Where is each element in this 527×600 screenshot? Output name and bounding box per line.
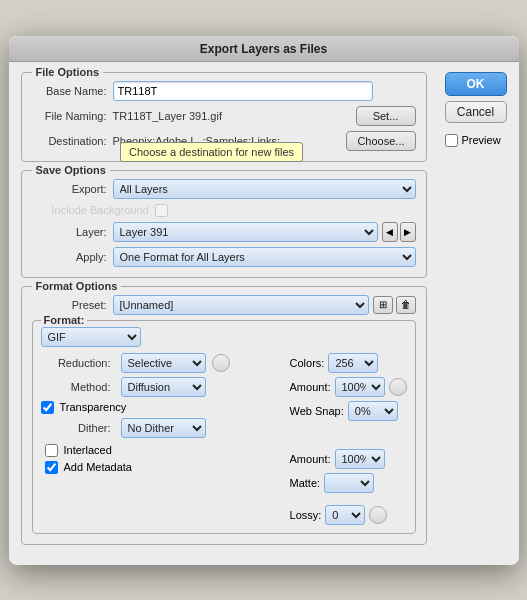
- format-options-label: Format Options: [32, 280, 122, 292]
- matte-row: Matte:: [290, 473, 407, 493]
- side-buttons: OK Cancel Preview: [445, 72, 507, 553]
- interlaced-label: Interlaced: [64, 444, 112, 456]
- export-select[interactable]: All Layers: [113, 179, 416, 199]
- include-bg-label: Include Background: [52, 204, 149, 216]
- interlaced-checkbox[interactable]: [45, 444, 58, 457]
- dither-amount-label: Amount:: [290, 453, 331, 465]
- tooltip: Choose a destination for new files: [120, 142, 303, 162]
- transparency-checkbox[interactable]: [41, 401, 54, 414]
- preset-row: Preset: [Unnamed] ⊞ 🗑: [32, 295, 416, 315]
- preset-delete-button[interactable]: 🗑: [396, 296, 416, 314]
- gif-right-col: Colors: 256 Amount: 100%: [290, 353, 407, 525]
- next-layer-button[interactable]: ▶: [400, 222, 416, 242]
- amount-select[interactable]: 100%: [335, 377, 385, 397]
- file-naming-value: TR118T_Layer 391.gif: [113, 110, 356, 122]
- add-metadata-checkbox[interactable]: [45, 461, 58, 474]
- dither-amount-row: Amount: 100%: [290, 449, 407, 469]
- prev-layer-button[interactable]: ◀: [382, 222, 398, 242]
- preview-label: Preview: [462, 134, 501, 146]
- dither-select[interactable]: No Dither: [121, 418, 206, 438]
- gif-left-col: Reduction: Selective Method: Dif: [41, 353, 278, 525]
- apply-row: Apply: One Format for All Layers: [32, 247, 416, 267]
- choose-button[interactable]: Choose...: [346, 131, 415, 151]
- apply-select[interactable]: One Format for All Layers: [113, 247, 416, 267]
- preset-save-button[interactable]: ⊞: [373, 296, 393, 314]
- colors-row: Colors: 256: [290, 353, 407, 373]
- format-select[interactable]: GIF: [41, 327, 141, 347]
- reduction-label: Reduction:: [41, 357, 111, 369]
- base-name-input[interactable]: [113, 81, 373, 101]
- web-snap-select[interactable]: 0%: [348, 401, 398, 421]
- export-layers-dialog: Export Layers as Files File Options Base…: [9, 36, 519, 565]
- format-options-section: Format Options Preset: [Unnamed] ⊞ 🗑 For…: [21, 286, 427, 545]
- apply-label: Apply:: [32, 251, 107, 263]
- add-metadata-row: Add Metadata: [41, 461, 278, 474]
- layer-select[interactable]: Layer 391: [113, 222, 378, 242]
- gif-options: Reduction: Selective Method: Dif: [41, 353, 407, 525]
- add-metadata-label: Add Metadata: [64, 461, 133, 473]
- save-options-section: Save Options Export: All Layers Include …: [21, 170, 427, 278]
- format-row: GIF: [41, 327, 407, 347]
- base-name-label: Base Name:: [32, 85, 107, 97]
- layer-label: Layer:: [32, 226, 107, 238]
- dither-row: Dither: No Dither: [41, 418, 278, 438]
- file-naming-label: File Naming:: [32, 110, 107, 122]
- reduction-select[interactable]: Selective: [121, 353, 206, 373]
- export-row: Export: All Layers: [32, 179, 416, 199]
- colors-select[interactable]: 256: [328, 353, 378, 373]
- file-options-label: File Options: [32, 66, 104, 78]
- save-options-label: Save Options: [32, 164, 110, 176]
- layer-row: Layer: Layer 391 ◀ ▶: [32, 222, 416, 242]
- dialog-title: Export Layers as Files: [9, 36, 519, 62]
- file-naming-row: File Naming: TR118T_Layer 391.gif Set...: [32, 106, 416, 126]
- destination-label: Destination:: [32, 135, 107, 147]
- colors-label: Colors:: [290, 357, 325, 369]
- matte-select[interactable]: [324, 473, 374, 493]
- interlaced-row: Interlaced: [41, 444, 278, 457]
- include-bg-row: Include Background: [52, 204, 416, 217]
- lossy-circle-btn[interactable]: [369, 506, 387, 524]
- reduction-row: Reduction: Selective: [41, 353, 278, 373]
- reduction-circle-btn[interactable]: [212, 354, 230, 372]
- base-name-row: Base Name:: [32, 81, 416, 101]
- amount-row: Amount: 100%: [290, 377, 407, 397]
- layer-nav: ◀ ▶: [382, 222, 416, 242]
- preset-select[interactable]: [Unnamed]: [113, 295, 369, 315]
- preview-checkbox[interactable]: [445, 134, 458, 147]
- method-row: Method: Diffusion: [41, 377, 278, 397]
- lossy-select[interactable]: 0: [325, 505, 365, 525]
- dither-amount-select[interactable]: 100%: [335, 449, 385, 469]
- set-button[interactable]: Set...: [356, 106, 416, 126]
- web-snap-label: Web Snap:: [290, 405, 344, 417]
- preset-label: Preset:: [32, 299, 107, 311]
- amount-label: Amount:: [290, 381, 331, 393]
- dither-label: Dither:: [41, 422, 111, 434]
- web-snap-row: Web Snap: 0%: [290, 401, 407, 421]
- cancel-button[interactable]: Cancel: [445, 101, 507, 123]
- method-label: Method:: [41, 381, 111, 393]
- transparency-label: Transparency: [60, 401, 127, 413]
- format-inner: Format: GIF Reduction: Sel: [32, 320, 416, 534]
- lossy-row: Lossy: 0: [290, 505, 407, 525]
- include-bg-checkbox: [155, 204, 168, 217]
- preview-row: Preview: [445, 134, 507, 147]
- format-inner-label: Format:: [41, 314, 88, 326]
- matte-label: Matte:: [290, 477, 321, 489]
- ok-button[interactable]: OK: [445, 72, 507, 96]
- method-select[interactable]: Diffusion: [121, 377, 206, 397]
- export-label: Export:: [32, 183, 107, 195]
- lossy-label: Lossy:: [290, 509, 322, 521]
- transparency-row: Transparency: [41, 401, 278, 414]
- amount-circle-btn[interactable]: [389, 378, 407, 396]
